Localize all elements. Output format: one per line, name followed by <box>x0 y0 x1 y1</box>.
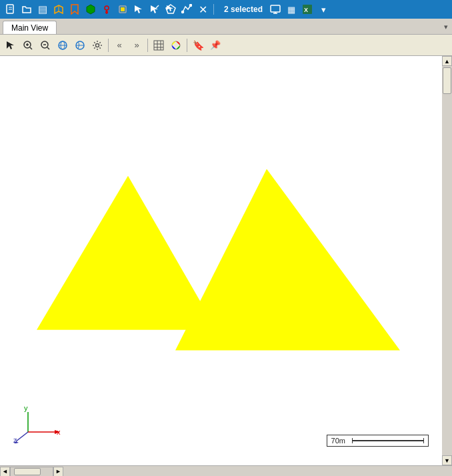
scale-label: 70m <box>331 437 345 445</box>
tool-sep2 <box>147 39 148 52</box>
excel-icon[interactable]: X <box>301 3 314 16</box>
svg-marker-9 <box>135 5 142 13</box>
tool-sep3 <box>187 39 187 52</box>
zoom-in-btn[interactable] <box>20 37 36 53</box>
titlebar: ▤ ✕ 2 selected ▦ X ▾ <box>0 0 452 19</box>
scroll-thumb-right[interactable] <box>443 67 451 94</box>
tool-sep1 <box>108 39 109 52</box>
tab-area-close[interactable]: ▾ <box>444 23 448 31</box>
dropdown-arrow-icon[interactable]: ▾ <box>317 3 330 16</box>
zoom-out-btn[interactable] <box>37 37 53 53</box>
tab-main-view-label: Main View <box>11 23 48 33</box>
selected-badge: 2 selected <box>221 3 266 15</box>
svg-line-11 <box>156 5 159 8</box>
svg-text:X: X <box>304 7 308 13</box>
scrollbar-right: ▲ ▼ <box>442 56 452 465</box>
svg-text:y: y <box>24 407 28 412</box>
scroll-up-btn[interactable]: ▲ <box>442 56 452 66</box>
h-scroll-track[interactable] <box>10 467 53 477</box>
diamond-icon[interactable] <box>116 3 129 16</box>
main-area: y x z 70m ▲ <box>0 56 452 465</box>
poly-cursor-icon[interactable] <box>164 3 177 16</box>
svg-marker-5 <box>87 5 95 14</box>
svg-point-14 <box>182 11 184 13</box>
cursor1-icon[interactable] <box>132 3 145 16</box>
delete-icon[interactable]: ✕ <box>196 3 209 16</box>
scroll-left-btn[interactable]: ◄ <box>0 467 10 477</box>
cursor2-icon[interactable] <box>148 3 161 16</box>
canvas-area[interactable]: y x z 70m <box>0 56 442 465</box>
bottombar: ◄ ► <box>0 465 452 476</box>
canvas-svg <box>0 56 442 465</box>
grid-btn[interactable] <box>151 37 167 53</box>
h-scroll-thumb[interactable] <box>14 468 41 475</box>
scroll-track-right[interactable] <box>442 66 452 455</box>
scale-box: 70m <box>327 435 429 447</box>
globe-partial-btn[interactable] <box>72 37 88 53</box>
axis-indicator: y x z <box>13 407 67 445</box>
measure-icon[interactable] <box>180 3 193 16</box>
rewind-btn[interactable]: « <box>111 37 127 53</box>
hex-icon[interactable] <box>84 3 97 16</box>
forward-btn[interactable]: » <box>129 37 145 53</box>
svg-line-23 <box>30 47 32 49</box>
tab-main-view[interactable]: Main View <box>3 21 57 34</box>
scroll-down-btn[interactable]: ▼ <box>442 455 452 465</box>
layers-icon[interactable]: ▤ <box>36 3 49 16</box>
svg-line-27 <box>47 47 49 49</box>
svg-rect-35 <box>154 41 163 50</box>
tabbar: Main View ▾ <box>0 19 452 35</box>
svg-text:z: z <box>13 436 17 443</box>
bookmark-icon[interactable] <box>68 3 81 16</box>
svg-rect-8 <box>121 7 125 11</box>
new-icon[interactable] <box>4 3 17 16</box>
tb-sep1 <box>213 4 214 15</box>
monitor-icon[interactable] <box>269 3 282 16</box>
svg-rect-16 <box>271 5 280 12</box>
map-orange-icon[interactable] <box>52 3 65 16</box>
pin-btn[interactable]: 📌 <box>207 37 223 53</box>
scroll-right-btn[interactable]: ► <box>53 467 63 477</box>
scale-bar: 70m <box>327 435 429 447</box>
bookmark2-btn[interactable]: 🔖 <box>190 37 206 53</box>
triangle-right[interactable] <box>175 169 400 350</box>
color-btn[interactable] <box>168 37 184 53</box>
svg-point-34 <box>96 43 99 47</box>
table-icon[interactable]: ▦ <box>285 3 298 16</box>
svg-point-6 <box>105 6 109 10</box>
globe-full-btn[interactable] <box>55 37 71 53</box>
open-icon[interactable] <box>20 3 33 16</box>
triangle-left[interactable] <box>37 176 217 330</box>
svg-point-15 <box>190 5 192 7</box>
svg-marker-21 <box>7 41 14 49</box>
settings-btn[interactable] <box>89 37 105 53</box>
svg-text:x: x <box>57 428 61 436</box>
toolbar: « » 🔖 📌 <box>0 35 452 56</box>
location-icon[interactable] <box>100 3 113 16</box>
svg-line-46 <box>16 432 28 441</box>
select-arrow-btn[interactable] <box>3 37 19 53</box>
